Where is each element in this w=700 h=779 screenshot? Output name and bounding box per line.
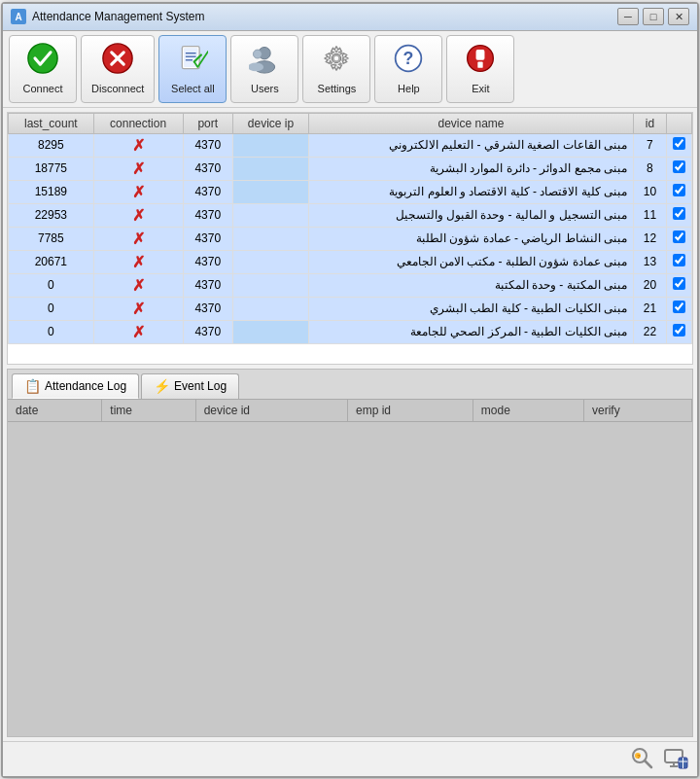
users-button[interactable]: Users bbox=[230, 35, 298, 103]
attendance-tab-label: Attendance Log bbox=[45, 379, 126, 393]
row-last-count: 22953 bbox=[9, 203, 94, 227]
row-connection: ✗ bbox=[93, 250, 183, 273]
header-device-name: device name bbox=[309, 113, 634, 133]
header-checkbox bbox=[667, 113, 692, 133]
row-checkbox[interactable] bbox=[673, 254, 685, 266]
tab-event-log[interactable]: ⚡ Event Log bbox=[141, 373, 239, 399]
maximize-button[interactable]: □ bbox=[643, 8, 664, 25]
row-checkbox[interactable] bbox=[673, 324, 685, 336]
row-connection: ✗ bbox=[93, 320, 183, 343]
connect-icon bbox=[27, 43, 58, 79]
row-device-ip bbox=[232, 273, 308, 297]
row-checkbox-cell bbox=[667, 133, 692, 157]
row-port: 4370 bbox=[183, 227, 232, 250]
row-port: 4370 bbox=[183, 133, 232, 157]
row-checkbox[interactable] bbox=[673, 137, 685, 150]
main-content: id device name device ip port connection… bbox=[3, 108, 697, 741]
connection-x-icon: ✗ bbox=[132, 301, 145, 317]
row-checkbox[interactable] bbox=[673, 301, 685, 313]
settings-label: Settings bbox=[318, 83, 357, 94]
disconnect-button[interactable]: Disconnect bbox=[81, 35, 155, 103]
row-checkbox[interactable] bbox=[673, 207, 685, 220]
help-button[interactable]: ? Help bbox=[374, 35, 442, 103]
connection-x-icon: ✗ bbox=[132, 324, 145, 340]
main-window: A Attendance Management System ─ □ ✕ Con… bbox=[1, 2, 699, 778]
row-device-ip bbox=[232, 250, 308, 273]
log-header-row: date time device id emp id mode verify bbox=[8, 400, 692, 422]
row-device-name: مبنى القاعات الصغية الشرقي - التعليم الا… bbox=[309, 133, 634, 157]
row-id: 21 bbox=[633, 297, 666, 320]
row-checkbox[interactable] bbox=[673, 277, 685, 290]
row-checkbox[interactable] bbox=[673, 230, 685, 243]
row-checkbox-cell bbox=[667, 180, 692, 203]
row-connection: ✗ bbox=[93, 227, 183, 250]
svg-text:?: ? bbox=[403, 49, 414, 68]
row-checkbox-cell bbox=[667, 297, 692, 320]
connect-label: Connect bbox=[23, 83, 63, 94]
row-port: 4370 bbox=[183, 273, 232, 297]
row-checkbox-cell bbox=[667, 250, 692, 273]
row-connection: ✗ bbox=[93, 273, 183, 297]
bottom-tabs-area: 📋 Attendance Log ⚡ Event Log date time d… bbox=[7, 369, 693, 737]
connect-button[interactable]: Connect bbox=[9, 35, 77, 103]
svg-rect-20 bbox=[476, 50, 485, 60]
row-device-ip bbox=[232, 203, 308, 227]
settings-button[interactable]: Settings bbox=[302, 35, 370, 103]
table-header-row: id device name device ip port connection… bbox=[9, 113, 692, 133]
row-connection: ✗ bbox=[93, 157, 183, 180]
log-header-date: date bbox=[8, 400, 102, 422]
help-label: Help bbox=[398, 83, 420, 94]
connection-x-icon: ✗ bbox=[132, 184, 145, 200]
exit-icon bbox=[465, 43, 496, 79]
svg-point-0 bbox=[28, 44, 57, 73]
close-button[interactable]: ✕ bbox=[668, 8, 689, 25]
event-tab-icon: ⚡ bbox=[154, 378, 170, 394]
minimize-button[interactable]: ─ bbox=[617, 8, 639, 25]
svg-point-16 bbox=[334, 56, 338, 60]
connection-x-icon: ✗ bbox=[132, 254, 145, 270]
row-checkbox[interactable] bbox=[673, 160, 685, 173]
tab-attendance-log[interactable]: 📋 Attendance Log bbox=[12, 373, 139, 399]
row-checkbox-cell bbox=[667, 203, 692, 227]
status-icon-2[interactable] bbox=[662, 745, 689, 772]
status-icon-1[interactable]: ? bbox=[629, 745, 656, 772]
device-table-area: id device name device ip port connection… bbox=[7, 112, 693, 365]
row-checkbox[interactable] bbox=[673, 184, 685, 196]
row-checkbox-cell bbox=[667, 157, 692, 180]
row-checkbox-cell bbox=[667, 273, 692, 297]
svg-rect-21 bbox=[478, 62, 483, 68]
table-scroll[interactable]: id device name device ip port connection… bbox=[8, 113, 692, 364]
row-device-name: مبنى مجمع الدوائر - دائرة الموارد البشري… bbox=[309, 157, 634, 180]
row-last-count: 20671 bbox=[9, 250, 94, 273]
row-last-count: 18775 bbox=[9, 157, 94, 180]
exit-button[interactable]: Exit bbox=[446, 35, 514, 103]
connection-x-icon: ✗ bbox=[132, 137, 145, 154]
device-table: id device name device ip port connection… bbox=[8, 113, 692, 344]
row-device-ip bbox=[232, 227, 308, 250]
row-port: 4370 bbox=[183, 203, 232, 227]
table-row: 8مبنى مجمع الدوائر - دائرة الموارد البشر… bbox=[9, 157, 692, 180]
row-last-count: 8295 bbox=[9, 133, 94, 157]
header-id: id bbox=[633, 113, 666, 133]
row-last-count: 15189 bbox=[9, 180, 94, 203]
table-row: 10مبنى كلية الاقتصاد - كلية الاقتصاد و ا… bbox=[9, 180, 692, 203]
disconnect-icon bbox=[102, 43, 133, 79]
help-icon: ? bbox=[393, 43, 424, 79]
row-connection: ✗ bbox=[93, 180, 183, 203]
window-title: Attendance Management System bbox=[32, 10, 617, 23]
row-id: 13 bbox=[633, 250, 666, 273]
title-bar: A Attendance Management System ─ □ ✕ bbox=[3, 4, 697, 31]
table-row: 7مبنى القاعات الصغية الشرقي - التعليم ال… bbox=[9, 133, 692, 157]
selectall-button[interactable]: Select all bbox=[158, 35, 227, 103]
settings-icon bbox=[321, 43, 352, 79]
connection-x-icon: ✗ bbox=[132, 160, 145, 177]
row-last-count: 0 bbox=[9, 273, 94, 297]
header-port: port bbox=[183, 113, 232, 133]
row-device-name: مبنى عمادة شؤون الطلبة - مكتب الامن الجا… bbox=[309, 250, 634, 273]
connection-x-icon: ✗ bbox=[132, 277, 145, 294]
row-device-ip bbox=[232, 297, 308, 320]
table-body: 7مبنى القاعات الصغية الشرقي - التعليم ال… bbox=[9, 133, 692, 343]
row-id: 8 bbox=[633, 157, 666, 180]
log-table: date time device id emp id mode verify bbox=[8, 400, 692, 422]
header-device-ip: device ip bbox=[232, 113, 308, 133]
